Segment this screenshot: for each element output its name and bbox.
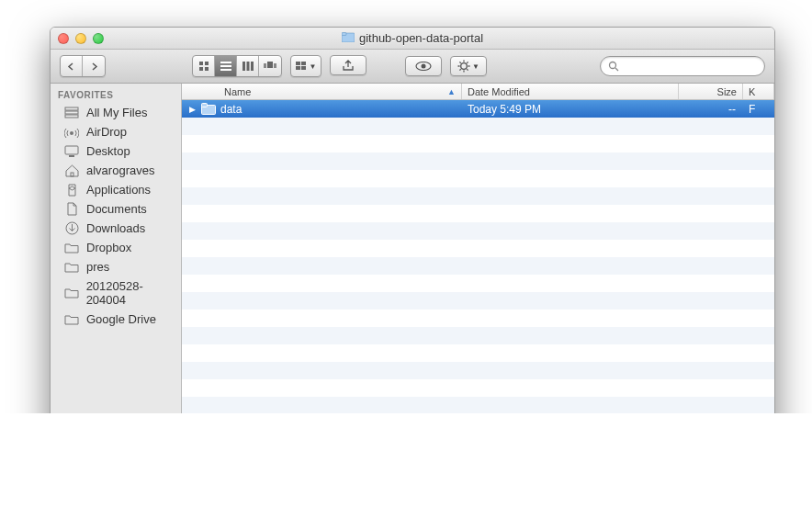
sidebar-item-label: alvarograves: [86, 163, 154, 177]
empty-row: [182, 275, 774, 292]
minimize-button[interactable]: [75, 33, 86, 44]
sidebar-item-downloads[interactable]: Downloads: [51, 219, 181, 238]
empty-row: [182, 362, 774, 379]
quicklook-button[interactable]: [405, 56, 442, 76]
sidebar-item-label: 20120528-204004: [86, 279, 181, 307]
empty-row: [182, 397, 774, 413]
col-header-size[interactable]: Size: [679, 84, 743, 99]
sidebar-item-allmyfiles[interactable]: All My Files: [51, 103, 181, 122]
col-header-name[interactable]: Name ▲: [182, 84, 462, 99]
window-title-text: github-open-data-portal: [359, 31, 483, 45]
svg-rect-17: [296, 66, 300, 70]
forward-button[interactable]: [83, 56, 105, 76]
airdrop-icon: [63, 126, 80, 139]
sidebar-section-favorites: FAVORITES: [51, 88, 181, 103]
svg-rect-13: [264, 63, 266, 68]
view-list-button[interactable]: [215, 56, 237, 76]
close-button[interactable]: [58, 33, 69, 44]
svg-rect-34: [65, 115, 78, 118]
sidebar-item-label: Downloads: [86, 221, 145, 235]
sidebar-item-airdrop[interactable]: AirDrop: [51, 122, 181, 141]
action-button[interactable]: ▼: [450, 56, 487, 76]
disclosure-icon[interactable]: ▶: [187, 105, 197, 114]
search-input[interactable]: [623, 60, 761, 73]
svg-line-31: [615, 68, 618, 71]
desktop-icon: [63, 145, 80, 157]
downloads-icon: [63, 221, 80, 235]
folder-icon: [201, 103, 216, 115]
svg-line-29: [467, 62, 468, 62]
file-row-data[interactable]: ▶ data Today 5:49 PM -- F: [182, 100, 774, 118]
svg-point-30: [610, 62, 616, 69]
sidebar-item-label: Google Drive: [86, 312, 156, 326]
sidebar-item-pres[interactable]: pres: [51, 257, 181, 276]
sidebar-item-label: Dropbox: [86, 241, 131, 254]
sidebar-item-applications[interactable]: Applications: [51, 180, 181, 199]
back-button[interactable]: [61, 56, 83, 76]
svg-point-35: [70, 131, 73, 135]
sidebar-item-home[interactable]: alvarograves: [51, 161, 181, 180]
sidebar-item-desktop[interactable]: Desktop: [51, 141, 181, 161]
sidebar-item-label: AirDrop: [86, 125, 127, 139]
titlebar[interactable]: github-open-data-portal: [51, 28, 774, 50]
svg-rect-41: [202, 104, 208, 107]
toolbar: ▼ ▼: [51, 50, 774, 84]
svg-point-20: [422, 64, 426, 69]
svg-rect-10: [246, 62, 249, 71]
empty-row: [182, 240, 774, 257]
sort-indicator-icon: ▲: [447, 87, 456, 96]
folder-icon: [63, 287, 80, 299]
view-column-button[interactable]: [237, 56, 259, 76]
svg-rect-32: [65, 107, 78, 110]
file-date: Today 5:49 PM: [462, 103, 679, 116]
sidebar-item-label: pres: [86, 260, 109, 274]
svg-line-28: [459, 69, 460, 70]
sidebar-item-googledrive[interactable]: Google Drive: [51, 310, 181, 329]
svg-rect-1: [342, 33, 346, 36]
svg-rect-7: [220, 65, 231, 67]
view-coverflow-button[interactable]: [259, 56, 281, 76]
svg-rect-11: [251, 62, 254, 71]
folder-icon: [63, 314, 80, 325]
svg-rect-4: [199, 67, 203, 71]
sidebar: FAVORITES All My Files AirDrop Desktop a…: [51, 84, 182, 413]
sidebar-item-dropbox[interactable]: Dropbox: [51, 238, 181, 257]
empty-row: [182, 344, 774, 362]
folder-icon: [342, 31, 355, 45]
zoom-button[interactable]: [93, 33, 104, 44]
documents-icon: [63, 202, 80, 216]
sidebar-item-label: All My Files: [86, 106, 147, 119]
sidebar-item-dated[interactable]: 20120528-204004: [51, 276, 181, 310]
allmyfiles-icon: [63, 107, 80, 119]
sidebar-item-documents[interactable]: Documents: [51, 199, 181, 219]
svg-rect-15: [296, 62, 300, 65]
svg-rect-8: [220, 69, 231, 71]
empty-row: [182, 292, 774, 310]
svg-rect-3: [205, 62, 209, 65]
svg-rect-5: [205, 67, 209, 71]
share-button[interactable]: [330, 55, 367, 75]
view-icon-button[interactable]: [193, 56, 215, 76]
file-kind: F: [743, 103, 774, 116]
empty-row: [182, 170, 774, 187]
empty-row: [182, 257, 774, 275]
search-field[interactable]: [600, 56, 765, 76]
empty-row: [182, 187, 774, 205]
search-icon: [608, 61, 619, 72]
col-header-date[interactable]: Date Modified: [462, 84, 679, 99]
empty-row: [182, 310, 774, 327]
empty-row: [182, 327, 774, 344]
folder-icon: [63, 242, 80, 254]
arrange-button[interactable]: ▼: [291, 56, 321, 76]
svg-rect-37: [69, 155, 74, 157]
view-mode-group: [192, 55, 282, 77]
svg-rect-16: [301, 62, 306, 65]
col-header-kind[interactable]: K: [743, 84, 774, 99]
window-title: github-open-data-portal: [342, 31, 483, 45]
traffic-lights: [58, 33, 104, 44]
empty-row: [182, 118, 774, 135]
file-listing: Name ▲ Date Modified Size K ▶ data Today…: [182, 84, 774, 413]
empty-row: [182, 135, 774, 152]
svg-rect-38: [71, 173, 73, 176]
empty-row: [182, 379, 774, 397]
